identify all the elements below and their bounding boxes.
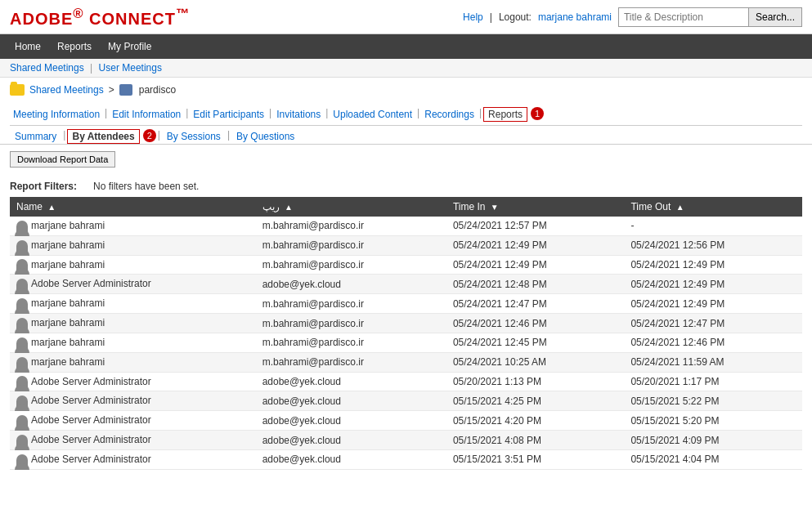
table-row: marjane bahramim.bahrami@pardisco.ir05/2… xyxy=(10,217,802,235)
search-button[interactable]: Search... xyxy=(749,7,802,27)
sub-tabs: Summary | By Attendees 2 | By Sessions |… xyxy=(10,125,802,144)
sub-nav-shared-meetings[interactable]: Shared Meetings xyxy=(10,62,84,74)
cell-time-out: 05/15/2021 5:22 PM xyxy=(624,391,802,411)
col-time-in[interactable]: Time In ▼ xyxy=(446,197,625,217)
cell-email: adobe@yek.cloud xyxy=(256,275,446,294)
cell-email: m.bahrami@pardisco.ir xyxy=(256,235,446,255)
col-email[interactable]: ریپ ▲ xyxy=(256,197,446,217)
tab-reports[interactable]: Reports xyxy=(483,107,527,122)
cell-email: m.bahrami@pardisco.ir xyxy=(256,333,446,352)
breadcrumb-current: pardisco xyxy=(139,84,176,96)
name-sort-icon: ▲ xyxy=(47,203,56,212)
table-row: marjane bahramim.bahrami@pardisco.ir05/2… xyxy=(10,255,802,275)
user-icon xyxy=(16,259,28,270)
download-report-button[interactable]: Download Report Data xyxy=(10,151,115,168)
tab-edit-information[interactable]: Edit Information xyxy=(109,107,184,122)
cell-time-out: 05/24/2021 12:49 PM xyxy=(624,255,802,275)
timein-sort-icon: ▼ xyxy=(491,203,499,212)
top-bar: ADOBE® CONNECT™ Help | Logout: marjane b… xyxy=(0,0,812,34)
nav-reports[interactable]: Reports xyxy=(49,36,100,57)
breadcrumb-root[interactable]: Shared Meetings xyxy=(29,84,104,96)
tabs-section: Meeting Information | Edit Information |… xyxy=(0,102,812,145)
cell-name: marjane bahrami xyxy=(10,333,256,352)
cell-time-out: 05/15/2021 4:09 PM xyxy=(624,431,802,450)
cell-email: m.bahrami@pardisco.ir xyxy=(256,352,446,372)
cell-email: m.bahrami@pardisco.ir xyxy=(256,314,446,333)
table-row: Adobe Server Administratoradobe@yek.clou… xyxy=(10,449,802,469)
table-row: marjane bahramim.bahrami@pardisco.ir05/2… xyxy=(10,314,802,333)
email-sort-icon: ▲ xyxy=(285,203,293,212)
table-row: marjane bahramim.bahrami@pardisco.ir05/2… xyxy=(10,333,802,352)
cell-email: m.bahrami@pardisco.ir xyxy=(256,217,446,235)
logout-label: Logout: xyxy=(499,11,532,23)
user-name-link[interactable]: marjane bahrami xyxy=(538,11,612,23)
reports-callout: 1 xyxy=(531,107,544,120)
cell-time-out: - xyxy=(624,217,802,235)
meeting-icon xyxy=(119,84,132,96)
report-filters: Report Filters: No filters have been set… xyxy=(10,181,802,192)
nav-home[interactable]: Home xyxy=(7,36,49,57)
cell-time-in: 05/24/2021 12:49 PM xyxy=(446,235,625,255)
user-icon xyxy=(16,415,28,427)
sub-tab-summary[interactable]: Summary xyxy=(10,129,61,144)
user-icon xyxy=(16,279,28,290)
breadcrumb-separator: > xyxy=(109,84,114,96)
nav-my-profile[interactable]: My Profile xyxy=(100,36,159,57)
table-row: marjane bahramim.bahrami@pardisco.ir05/2… xyxy=(10,352,802,372)
table-row: Adobe Server Administratoradobe@yek.clou… xyxy=(10,431,802,450)
cell-time-in: 05/24/2021 12:48 PM xyxy=(446,275,625,294)
tab-uploaded-content[interactable]: Uploaded Content xyxy=(330,107,415,122)
cell-name: marjane bahrami xyxy=(10,235,256,255)
cell-time-in: 05/20/2021 1:13 PM xyxy=(446,372,625,391)
cell-name: Adobe Server Administrator xyxy=(10,275,256,294)
col-name[interactable]: Name ▲ xyxy=(10,197,256,217)
cell-time-out: 05/20/2021 1:17 PM xyxy=(624,372,802,391)
sub-tab-by-attendees[interactable]: By Attendees xyxy=(67,129,139,144)
sub-nav-user-meetings[interactable]: User Meetings xyxy=(99,62,162,74)
cell-time-out: 05/15/2021 4:04 PM xyxy=(624,449,802,469)
user-icon xyxy=(16,376,28,387)
cell-name: Adobe Server Administrator xyxy=(10,431,256,450)
timeout-sort-icon: ▲ xyxy=(676,203,684,212)
user-icon xyxy=(16,318,28,329)
search-area: Search... xyxy=(618,7,802,27)
cell-time-in: 05/24/2021 12:45 PM xyxy=(446,333,625,352)
help-link[interactable]: Help xyxy=(463,11,483,23)
app-logo: ADOBE® CONNECT™ xyxy=(10,6,191,29)
col-time-out[interactable]: Time Out ▲ xyxy=(624,197,802,217)
cell-time-in: 05/24/2021 12:49 PM xyxy=(446,255,625,275)
table-row: marjane bahramim.bahrami@pardisco.ir05/2… xyxy=(10,235,802,255)
user-icon xyxy=(16,396,28,407)
cell-email: m.bahrami@pardisco.ir xyxy=(256,255,446,275)
cell-time-in: 05/24/2021 12:47 PM xyxy=(446,294,625,314)
tab-invitations[interactable]: Invitations xyxy=(273,107,324,122)
folder-icon xyxy=(10,84,25,96)
tab-meeting-information[interactable]: Meeting Information xyxy=(10,107,103,122)
cell-time-in: 05/15/2021 4:20 PM xyxy=(446,411,625,431)
table-header-row: Name ▲ ریپ ▲ Time In ▼ Time Out ▲ xyxy=(10,197,802,217)
table-row: marjane bahramim.bahrami@pardisco.ir05/2… xyxy=(10,294,802,314)
cell-email: adobe@yek.cloud xyxy=(256,391,446,411)
cell-time-in: 05/24/2021 12:57 PM xyxy=(446,217,625,235)
table-row: Adobe Server Administratoradobe@yek.clou… xyxy=(10,275,802,294)
user-icon xyxy=(16,240,28,252)
user-icon xyxy=(16,454,28,466)
tab-recordings[interactable]: Recordings xyxy=(421,107,478,122)
cell-email: m.bahrami@pardisco.ir xyxy=(256,294,446,314)
user-icon xyxy=(16,221,28,232)
sub-tab-by-sessions[interactable]: By Sessions xyxy=(162,129,226,144)
table-row: Adobe Server Administratoradobe@yek.clou… xyxy=(10,391,802,411)
cell-time-in: 05/24/2021 10:25 AM xyxy=(446,352,625,372)
cell-email: adobe@yek.cloud xyxy=(256,449,446,469)
main-tabs: Meeting Information | Edit Information |… xyxy=(10,107,802,122)
search-input[interactable] xyxy=(618,7,749,27)
table-row: Adobe Server Administratoradobe@yek.clou… xyxy=(10,411,802,431)
tab-edit-participants[interactable]: Edit Participants xyxy=(190,107,267,122)
cell-time-in: 05/15/2021 3:51 PM xyxy=(446,449,625,469)
no-filters-text: No filters have been set. xyxy=(93,181,199,192)
cell-name: marjane bahrami xyxy=(10,352,256,372)
cell-email: adobe@yek.cloud xyxy=(256,411,446,431)
sub-tab-by-questions[interactable]: By Questions xyxy=(231,129,299,144)
attendees-callout: 2 xyxy=(143,129,156,142)
data-table: Name ▲ ریپ ▲ Time In ▼ Time Out ▲ marjan… xyxy=(10,197,802,470)
